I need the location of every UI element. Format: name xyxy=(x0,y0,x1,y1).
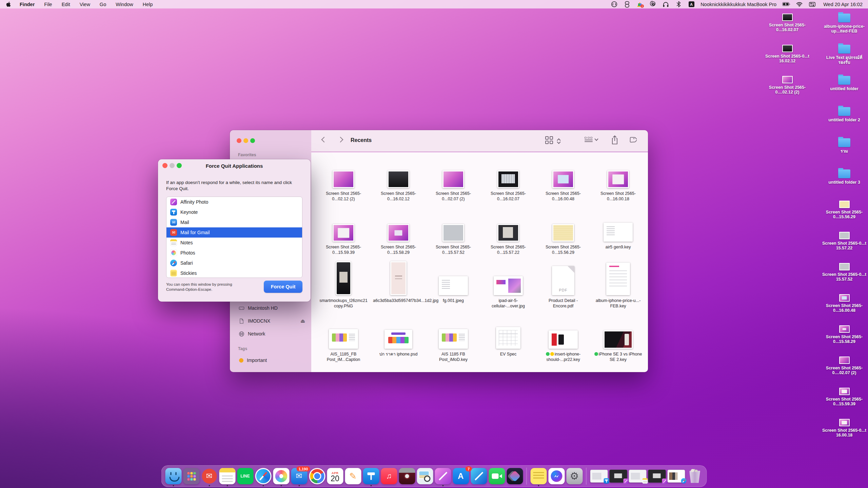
group-by-button[interactable] xyxy=(585,137,598,142)
file-item[interactable]: AIS 1185 FB Post_iMoD.key xyxy=(426,313,481,367)
file-item[interactable]: smartmockups_l26zmc21 copy.PNG xyxy=(316,260,371,313)
tags-button[interactable] xyxy=(629,136,637,144)
desktop-file[interactable]: Screen Shot 2565-0...t 15.57.22 xyxy=(821,232,867,263)
dock-item-launchpad[interactable] xyxy=(183,468,199,484)
more-actions-button[interactable] xyxy=(648,136,648,145)
file-item[interactable]: Screen Shot 2565-0...15.56.29 xyxy=(536,206,591,260)
close-button[interactable] xyxy=(237,138,241,143)
dock-item-app-store[interactable]: A7 xyxy=(453,468,469,484)
sidebar-tag-important[interactable]: Important xyxy=(233,354,308,367)
dock-item-affinity-designer[interactable] xyxy=(471,468,487,484)
force-quit-app-keynote[interactable]: Keynote xyxy=(166,207,302,217)
file-item[interactable]: EV Spec xyxy=(481,313,536,367)
desktop-file[interactable]: Screen Shot 2565-0...16.02.07 xyxy=(764,14,810,45)
dock-item-calendar[interactable]: APR20 xyxy=(327,468,343,484)
forward-button[interactable] xyxy=(338,137,343,143)
dock-item-mail[interactable]: ✉1,190 xyxy=(291,468,307,484)
desktop-folder[interactable]: Live Text อุปกรณ์ที่รองรับ xyxy=(821,45,867,76)
dock-item-photos[interactable] xyxy=(273,468,289,484)
dock-item-affinity-photo[interactable] xyxy=(435,468,451,484)
dock-item-finder[interactable] xyxy=(165,468,181,484)
force-quit-app-stickies[interactable]: Stickies xyxy=(166,268,302,278)
sidebar-item-macintosh-hd[interactable]: Macintosh HD xyxy=(233,302,308,314)
file-item[interactable]: Screen Shot 2565-0...15.58.29 xyxy=(371,206,426,260)
desktop-folder[interactable]: untitled folder 3 xyxy=(821,169,867,201)
desktop-folder[interactable]: รวม xyxy=(821,138,867,169)
file-item[interactable]: air5 gen9.key xyxy=(591,206,646,260)
input-source-icon[interactable]: A xyxy=(687,0,695,8)
force-quit-app-affinity-photo[interactable]: Affinity Photo xyxy=(166,197,302,207)
desktop-file[interactable]: Screen Shot 2565-0...15.59.39 xyxy=(821,388,867,419)
desktop-file[interactable]: Screen Shot 2565-0...16.00.48 xyxy=(821,294,867,325)
menu-item-app[interactable]: Finder xyxy=(15,0,39,8)
force-quit-button[interactable]: Force Quit xyxy=(264,281,302,293)
file-item[interactable]: Screen Shot 2565-0...15.57.52 xyxy=(426,206,481,260)
icon-view-button[interactable] xyxy=(545,136,560,144)
dock-item-music[interactable]: ♫ xyxy=(381,468,397,484)
file-item[interactable]: a6c3d5ba33d59574f7b34...1d2.jpg xyxy=(371,260,426,313)
share-button[interactable] xyxy=(611,135,618,145)
file-item[interactable]: Screen Shot 2565-0...16.00.18 xyxy=(591,153,646,206)
dock-item-minimized-window-2[interactable] xyxy=(609,470,627,483)
file-item[interactable]: Product Detail - Encore.pdf xyxy=(536,260,591,313)
loop-icon[interactable] xyxy=(623,0,631,8)
dock-item-chrome[interactable] xyxy=(309,468,325,484)
file-item[interactable]: Screen Shot 2565-0...16.00.48 xyxy=(536,153,591,206)
dock-item-line[interactable]: LINE xyxy=(237,468,253,484)
desktop-folder[interactable]: untitled folder xyxy=(821,76,867,107)
spiral-icon[interactable] xyxy=(649,0,657,8)
wifi-icon[interactable] xyxy=(795,0,803,8)
desktop-file[interactable]: Screen Shot 2565-0....02.12 (2) xyxy=(764,76,810,107)
drive-alert-icon[interactable]: ! xyxy=(636,0,644,8)
dock-item-facetime[interactable] xyxy=(489,468,505,484)
file-item[interactable]: AIS_1185_FB Post_iM...Caption xyxy=(316,313,371,367)
menu-item-view[interactable]: View xyxy=(75,0,95,8)
desktop-folder[interactable]: untitled folder 2 xyxy=(821,107,867,138)
dock-item-trash[interactable] xyxy=(687,468,703,484)
headphones-icon[interactable] xyxy=(662,0,670,8)
minimize-button[interactable] xyxy=(243,138,248,143)
dock-item-keynote[interactable] xyxy=(363,468,379,484)
file-item[interactable]: Screen Shot 2565-0...16.02.12 xyxy=(371,153,426,206)
file-item[interactable]: fg.001.jpeg xyxy=(426,260,481,313)
file-item[interactable]: iPhone SE 3 vs iPhone SE 2.key xyxy=(591,313,646,367)
dock-item-minimized-window-1[interactable] xyxy=(590,470,608,483)
dock-item-stickies[interactable] xyxy=(530,468,547,484)
dock-item-system-preferences[interactable]: ⚙ xyxy=(566,468,583,484)
sidebar-item-imodcnx[interactable]: IMODCNX⏏ xyxy=(233,314,308,327)
dock-item-mail-for-gmail[interactable]: ✉ xyxy=(201,468,217,484)
desktop-file[interactable]: Screen Shot 2565-0...15.56.29 xyxy=(821,201,867,232)
file-item[interactable]: insert-iphone-should-...pr22.key xyxy=(536,313,591,367)
desktop-file[interactable]: Screen Shot 2565-0...t 16.00.18 xyxy=(821,419,867,450)
dock-item-pages[interactable]: ✎ xyxy=(345,468,361,484)
bluetooth-icon[interactable] xyxy=(674,0,683,8)
menu-bar-clock[interactable]: Wed 20 Apr 16:02 xyxy=(823,2,863,7)
dock-item-safari[interactable] xyxy=(255,468,271,484)
sidebar-item-network[interactable]: Network xyxy=(233,327,308,340)
dock-item-preview[interactable] xyxy=(417,468,433,484)
dock-item-notes[interactable] xyxy=(219,468,235,484)
dock-item-minimized-window-5[interactable] xyxy=(667,470,685,483)
file-item[interactable]: album-iphone-price-u...-FEB.key xyxy=(591,260,646,313)
zoom-button[interactable] xyxy=(250,138,255,143)
dock-item-shortcuts[interactable] xyxy=(507,468,523,484)
file-item[interactable]: Screen Shot 2565-0...16.02.07 xyxy=(481,153,536,206)
menu-item-window[interactable]: Window xyxy=(111,0,138,8)
force-quit-app-safari[interactable]: Safari xyxy=(166,258,302,268)
desktop-file[interactable]: Screen Shot 2565-0...15.58.29 xyxy=(821,325,867,357)
menu-item-file[interactable]: File xyxy=(39,0,57,8)
desktop-file[interactable]: Screen Shot 2565-0...t 15.57.52 xyxy=(821,263,867,294)
desktop-folder[interactable]: album-iphone-price-up...ited-FEB xyxy=(821,14,867,45)
file-item[interactable]: ipad-air-5-cellular-...over.jpg xyxy=(481,260,536,313)
back-button[interactable] xyxy=(321,137,327,143)
file-item[interactable]: ปก ราคา iphone.psd xyxy=(371,313,426,367)
eject-icon[interactable]: ⏏ xyxy=(300,318,305,324)
menu-item-go[interactable]: Go xyxy=(95,0,111,8)
menu-item-help[interactable]: Help xyxy=(138,0,158,8)
file-item[interactable]: Screen Shot 2565-0...02.07 (2) xyxy=(426,153,481,206)
dock-item-minimized-window-3[interactable] xyxy=(629,470,646,483)
dock-item-minimized-window-4[interactable] xyxy=(648,470,666,483)
force-quit-app-notes[interactable]: Notes xyxy=(166,238,302,248)
creative-cloud-icon[interactable] xyxy=(610,0,618,8)
desktop-file[interactable]: Screen Shot 2565-0...t 16.02.12 xyxy=(764,45,810,76)
